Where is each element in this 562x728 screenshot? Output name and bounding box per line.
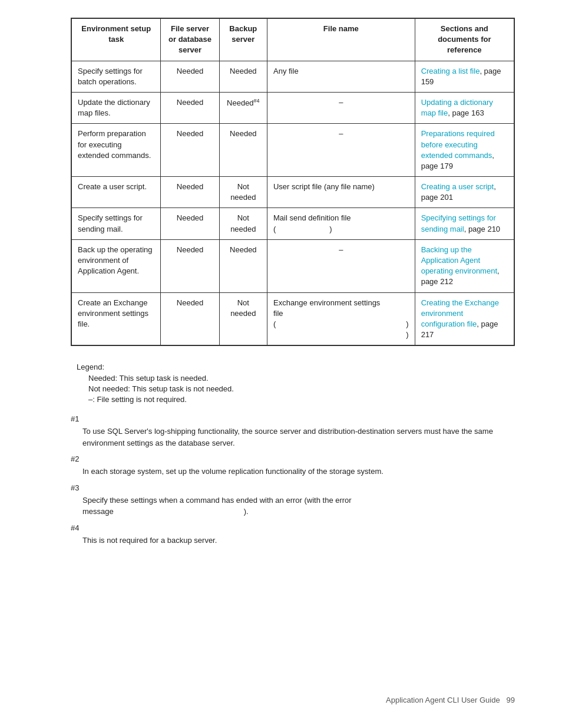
cell-filename: – (267, 92, 415, 123)
cell-sections: Creating a user script, page 201 (415, 177, 514, 208)
footnote-text: In each storage system, set up the volum… (71, 466, 515, 477)
cell-filename: – (267, 124, 415, 177)
cell-fileserv: Needed (161, 292, 219, 345)
cell-sections: Updating a dictionary map file, page 163 (415, 92, 514, 123)
footer-page: 99 (507, 696, 515, 704)
cell-backup: Not needed (219, 208, 267, 239)
table-row: Create an Exchange environment settings … (72, 292, 514, 345)
legend-item: Not needed: This setup task is not neede… (77, 384, 515, 393)
cell-fileserv: Needed (161, 92, 219, 123)
header-sections: Sections and documents for reference (415, 19, 514, 61)
cell-filename: Mail send definition file( ) (267, 208, 415, 239)
table-wrapper: Environment setup task File server or da… (71, 18, 515, 346)
footnote-text: To use SQL Server's log-shipping functio… (71, 426, 515, 449)
footnote: #1To use SQL Server's log-shipping funct… (71, 414, 515, 449)
legend-item: –: File setting is not required. (77, 395, 515, 404)
footnote-label: #3 (71, 483, 515, 492)
cell-env: Perform preparation for executing extend… (72, 124, 161, 177)
footnote-text: Specify these settings when a command ha… (71, 495, 515, 518)
cell-filename: User script file (any file name) (267, 177, 415, 208)
cell-env: Update the dictionary map files. (72, 92, 161, 123)
cell-backup: Needed#4 (219, 92, 267, 123)
footnote-label: #4 (71, 523, 515, 532)
table-row: Perform preparation for executing extend… (72, 124, 514, 177)
cell-sections: Preparations required before executing e… (415, 124, 514, 177)
table-row: Create a user script.NeededNot neededUse… (72, 177, 514, 208)
cell-fileserv: Needed (161, 124, 219, 177)
header-env: Environment setup task (72, 19, 161, 61)
cell-fileserv: Needed (161, 61, 219, 92)
cell-backup: Not needed (219, 292, 267, 345)
footnote-label: #2 (71, 454, 515, 463)
sections-link[interactable]: Preparations required before executing e… (421, 129, 495, 159)
cell-fileserv: Needed (161, 239, 219, 292)
cell-backup: Needed (219, 239, 267, 292)
footnote: #2In each storage system, set up the vol… (71, 454, 515, 477)
table-row: Specify settings for batch operations.Ne… (72, 61, 514, 92)
footnote: #4This is not required for a backup serv… (71, 523, 515, 546)
cell-env: Specify settings for sending mail. (72, 208, 161, 239)
table-row: Update the dictionary map files.NeededNe… (72, 92, 514, 123)
footer-text: Application Agent CLI User Guide (386, 696, 500, 704)
cell-filename: – (267, 239, 415, 292)
cell-sections: Creating the Exchange environment config… (415, 292, 514, 345)
header-backup: Backup server (219, 19, 267, 61)
sections-link[interactable]: Backing up the Application Agent operati… (421, 245, 497, 275)
legend-item: Needed: This setup task is needed. (77, 374, 515, 383)
cell-env: Create a user script. (72, 177, 161, 208)
sections-link[interactable]: Creating a list file (421, 67, 480, 75)
cell-fileserv: Needed (161, 208, 219, 239)
cell-filename: Any file (267, 61, 415, 92)
cell-env: Create an Exchange environment settings … (72, 292, 161, 345)
table-row: Specify settings for sending mail.Needed… (72, 208, 514, 239)
cell-filename: Exchange environment settingsfile ( )) (267, 292, 415, 345)
cell-fileserv: Needed (161, 177, 219, 208)
footnote: #3Specify these settings when a command … (71, 483, 515, 518)
cell-backup: Not needed (219, 177, 267, 208)
header-filename: File name (267, 19, 415, 61)
footnote-label: #1 (71, 414, 515, 423)
cell-sections: Backing up the Application Agent operati… (415, 239, 514, 292)
cell-env: Specify settings for batch operations. (72, 61, 161, 92)
table-row: Back up the operating environment of App… (72, 239, 514, 292)
legend-section: Legend: Needed: This setup task is neede… (71, 363, 515, 404)
header-fileserv: File server or database server (161, 19, 219, 61)
footnote-text: This is not required for a backup server… (71, 535, 515, 546)
cell-sections: Creating a list file, page 159 (415, 61, 514, 92)
cell-env: Back up the operating environment of App… (72, 239, 161, 292)
page-footer: Application Agent CLI User Guide 99 (386, 696, 515, 704)
footnotes-section: #1To use SQL Server's log-shipping funct… (71, 414, 515, 546)
sections-link[interactable]: Creating a user script (421, 182, 494, 191)
cell-backup: Needed (219, 61, 267, 92)
legend-title: Legend: (77, 363, 515, 371)
cell-sections: Specifying settings for sending mail, pa… (415, 208, 514, 239)
cell-backup: Needed (219, 124, 267, 177)
main-table: Environment setup task File server or da… (71, 18, 514, 345)
